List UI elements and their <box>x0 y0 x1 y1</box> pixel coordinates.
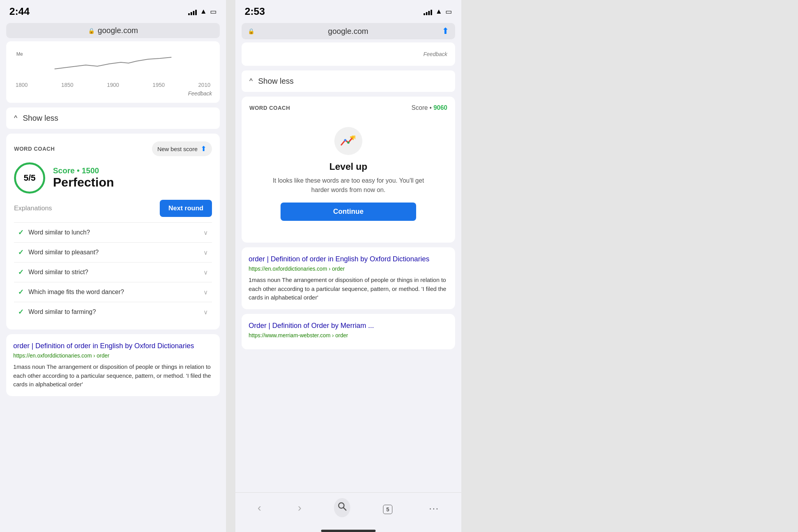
signal-icon <box>188 8 197 15</box>
chevron-up-icon: ^ <box>14 114 17 122</box>
wifi-icon: ▲ <box>200 7 207 16</box>
right-result1-snippet: 1mass noun The arrangement or dispositio… <box>249 276 448 302</box>
q2-text: Word similar to pleasant? <box>28 249 99 256</box>
word-coach-card: WORD COACH New best score ⬆ 5/5 Score • … <box>6 134 220 329</box>
check-icon-4: ✓ <box>18 288 24 296</box>
graph-axis: 1800 1850 1900 1950 2010 <box>12 82 214 88</box>
left-result-title[interactable]: order | Definition of order in English b… <box>13 341 213 351</box>
word-coach-title: WORD COACH <box>14 146 55 152</box>
left-address-bar: 🔒 google.com <box>0 21 226 41</box>
next-round-button[interactable]: Next round <box>160 200 212 217</box>
question-item-2[interactable]: ✓ Word similar to pleasant? ∨ <box>14 242 212 262</box>
axis-1800: 1800 <box>16 82 28 88</box>
score-prefix: Score • <box>53 166 82 175</box>
chevron-down-icon-4[interactable]: ∨ <box>203 289 208 296</box>
left-time: 2:44 <box>9 5 30 18</box>
trending-up-icon <box>340 132 357 150</box>
score-row: 5/5 Score • 1500 Perfection <box>14 162 212 194</box>
check-icon-1: ✓ <box>18 228 24 237</box>
more-icon: ··· <box>429 503 439 513</box>
q1-text: Word similar to lunch? <box>28 229 90 236</box>
question-item-3[interactable]: ✓ Word similar to strict? ∨ <box>14 262 212 282</box>
left-result-url[interactable]: https://en.oxforddictionaries.com › orde… <box>13 352 213 359</box>
forward-button[interactable]: › <box>294 500 305 516</box>
tabs-button[interactable]: 5 <box>379 500 396 516</box>
question-item-1[interactable]: ✓ Word similar to lunch? ∨ <box>14 222 212 242</box>
left-scroll-content[interactable]: Me 1800 1850 1900 1950 2010 Feedback ^ S… <box>0 41 226 532</box>
continue-button[interactable]: Continue <box>281 203 417 221</box>
right-search-result-1: order | Definition of order in English b… <box>242 247 455 309</box>
svg-point-1 <box>347 141 350 144</box>
right-phone: 2:53 ▲ ▭ 🔒 google.com ⬆ Feedback ^ Sho <box>235 0 461 532</box>
right-score-value: 9060 <box>433 104 447 111</box>
right-wifi-icon: ▲ <box>435 7 442 16</box>
left-status-icons: ▲ ▭ <box>188 7 217 16</box>
q5-left: ✓ Word similar to farming? <box>18 308 96 316</box>
right-show-less[interactable]: ^ Show less <box>242 70 455 92</box>
right-address-inner[interactable]: 🔒 google.com ⬆ <box>242 23 455 39</box>
right-chevron-up-icon: ^ <box>249 77 252 85</box>
chevron-down-icon-5[interactable]: ∨ <box>203 308 208 316</box>
right-word-coach-card: WORD COACH Score • 9060 <box>242 97 455 243</box>
right-result2-title[interactable]: Order | Definition of Order by Merriam .… <box>249 321 448 331</box>
check-icon-2: ✓ <box>18 248 24 257</box>
chevron-down-icon-2[interactable]: ∨ <box>203 249 208 256</box>
right-address-text[interactable]: google.com <box>328 27 368 36</box>
q4-text: Which image fits the word dancer? <box>28 289 124 296</box>
new-best-score-badge[interactable]: New best score ⬆ <box>152 141 212 156</box>
level-up-desc: It looks like these words are too easy f… <box>263 176 433 195</box>
left-feedback: Feedback <box>12 90 214 97</box>
question-item-4[interactable]: ✓ Which image fits the word dancer? ∨ <box>14 282 212 302</box>
search-button[interactable] <box>334 498 350 517</box>
left-phone: 2:44 ▲ ▭ 🔒 google.com Me <box>0 0 226 532</box>
right-result1-title[interactable]: order | Definition of order in English b… <box>249 254 448 264</box>
left-address-text[interactable]: google.com <box>98 26 138 35</box>
score-value: Score • 1500 <box>53 166 114 175</box>
check-icon-3: ✓ <box>18 268 24 277</box>
right-status-bar: 2:53 ▲ ▭ <box>235 0 461 21</box>
question-item-5[interactable]: ✓ Word similar to farming? ∨ <box>14 302 212 322</box>
back-button[interactable]: ‹ <box>254 500 265 516</box>
right-share-btn[interactable]: ⬆ <box>442 26 449 36</box>
score-num: 1500 <box>82 166 99 175</box>
axis-1850: 1850 <box>61 82 73 88</box>
axis-1900: 1900 <box>107 82 119 88</box>
battery-icon: ▭ <box>210 7 217 16</box>
level-up-section: Level up It looks like these words are t… <box>256 118 441 230</box>
explanations-label: Explanations <box>14 204 52 212</box>
explanations-row: Explanations Next round <box>14 200 212 217</box>
more-button[interactable]: ··· <box>425 500 443 516</box>
q3-text: Word similar to strict? <box>28 269 88 276</box>
score-info: Score • 1500 Perfection <box>53 166 114 190</box>
right-show-less-label: Show less <box>258 77 293 86</box>
right-battery-icon: ▭ <box>445 7 452 16</box>
q4-left: ✓ Which image fits the word dancer? <box>18 288 124 296</box>
right-signal-icon <box>424 8 432 15</box>
share-icon[interactable]: ⬆ <box>201 144 207 153</box>
home-indicator <box>321 530 376 532</box>
left-address-inner[interactable]: 🔒 google.com <box>6 23 220 38</box>
tabs-count[interactable]: 5 <box>383 505 392 514</box>
chevron-down-icon-3[interactable]: ∨ <box>203 269 208 276</box>
left-show-less[interactable]: ^ Show less <box>6 107 220 129</box>
lock-icon: 🔒 <box>88 28 95 34</box>
right-result1-url[interactable]: https://en.oxforddictionaries.com › orde… <box>249 266 448 272</box>
q3-left: ✓ Word similar to strict? <box>18 268 88 277</box>
word-coach-header: WORD COACH New best score ⬆ <box>14 141 212 156</box>
right-scroll-content[interactable]: Feedback ^ Show less WORD COACH Score • … <box>235 42 461 492</box>
right-score-label: Score • 9060 <box>411 104 447 111</box>
left-result-snippet: 1mass noun The arrangement or dispositio… <box>13 363 213 389</box>
right-bottom-nav: ‹ › 5 ··· <box>235 492 461 527</box>
svg-point-0 <box>344 139 346 141</box>
search-icon <box>337 501 347 511</box>
graph-me-label: Me <box>16 51 23 57</box>
right-word-coach-title: WORD COACH <box>249 105 290 111</box>
graph-section: Me 1800 1850 1900 1950 2010 Feedback <box>6 41 220 103</box>
score-circle: 5/5 <box>14 162 45 194</box>
right-address-bar: 🔒 google.com ⬆ <box>235 21 461 42</box>
right-status-icons: ▲ ▭ <box>424 7 452 16</box>
chevron-down-icon-1[interactable]: ∨ <box>203 229 208 236</box>
q2-left: ✓ Word similar to pleasant? <box>18 248 99 257</box>
graph-area: Me <box>12 48 214 79</box>
right-result2-url[interactable]: https://www.merriam-webster.com › order <box>249 332 448 338</box>
